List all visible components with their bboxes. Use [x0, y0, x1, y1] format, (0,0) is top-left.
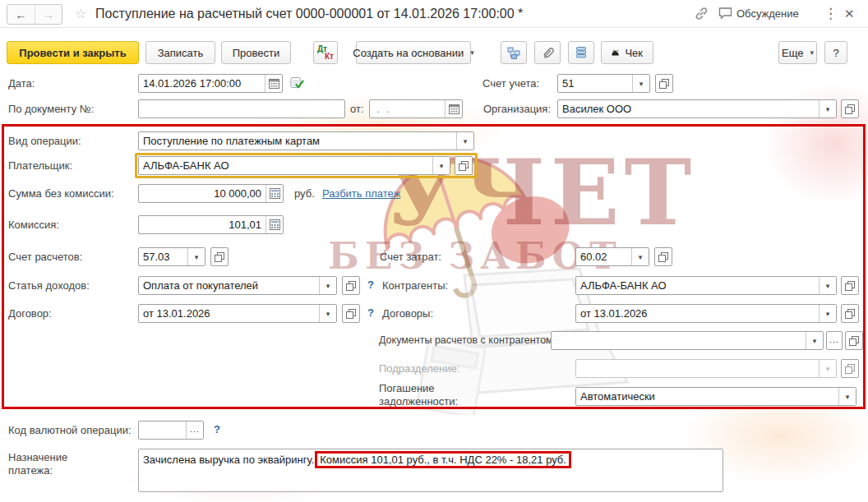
by-document-field[interactable]: [138, 99, 345, 118]
chevron-down-icon[interactable]: ▾: [819, 100, 836, 117]
amount-field[interactable]: [138, 184, 284, 203]
create-based-on-button[interactable]: Создать на основании ▾: [356, 41, 471, 64]
settlement-documents-input[interactable]: [552, 332, 806, 349]
create-based-on-label: Создать на основании: [353, 47, 464, 59]
contract-open-button[interactable]: [342, 304, 360, 323]
counterparties-field[interactable]: ▾: [575, 276, 837, 295]
discussion-label: Обсуждение: [736, 7, 799, 20]
show-postings-button[interactable]: Дт Кт: [313, 41, 338, 64]
by-document-label: По документу №:: [8, 103, 94, 115]
debt-repayment-input[interactable]: [576, 388, 838, 405]
payment-purpose-textarea[interactable]: Зачислена выручка по эквайрингу.Комиссия…: [138, 449, 723, 492]
date-field[interactable]: [138, 74, 283, 93]
chevron-down-icon[interactable]: ▾: [319, 277, 336, 294]
department-field: ▾: [575, 359, 837, 378]
settlement-documents-open-button[interactable]: [845, 331, 863, 350]
currency-code-select-button[interactable]: ...: [186, 421, 203, 439]
get-link-button[interactable]: [695, 7, 709, 21]
by-document-input[interactable]: [139, 100, 344, 117]
forward-button[interactable]: →: [35, 5, 62, 24]
income-item-input[interactable]: [139, 277, 319, 294]
counterparties-input[interactable]: [576, 277, 819, 294]
operation-type-field[interactable]: ▾: [138, 131, 474, 150]
more-actions-button[interactable]: Еще ▾: [778, 41, 817, 64]
date-input[interactable]: [139, 75, 265, 92]
post-button[interactable]: Провести: [221, 41, 291, 64]
contract-help-icon[interactable]: ?: [367, 306, 374, 319]
open-icon: [346, 281, 356, 291]
settlement-documents-select-button[interactable]: ...: [826, 331, 843, 350]
debt-repayment-field[interactable]: ▾: [575, 387, 856, 406]
payer-field[interactable]: ▾: [138, 156, 450, 175]
currency-code-input[interactable]: [139, 421, 186, 439]
contracts-input[interactable]: [576, 305, 819, 322]
commission-input[interactable]: [139, 216, 265, 233]
account-input[interactable]: [558, 75, 632, 92]
chevron-down-icon[interactable]: ▾: [319, 305, 336, 322]
organization-field[interactable]: ▾: [557, 99, 837, 118]
payer-open-button[interactable]: [455, 156, 473, 175]
currency-code-help-icon[interactable]: ?: [214, 423, 220, 435]
document-from-date-input[interactable]: [370, 100, 445, 117]
account-field[interactable]: ▾: [557, 74, 650, 93]
organization-input[interactable]: [558, 100, 819, 117]
income-item-open-button[interactable]: [342, 276, 360, 295]
contract-field[interactable]: ▾: [138, 304, 337, 323]
chevron-down-icon[interactable]: ▾: [187, 248, 205, 265]
more-menu-icon[interactable]: ⋮: [824, 5, 838, 22]
income-item-help-icon[interactable]: ?: [367, 279, 374, 291]
settlement-account-input[interactable]: [139, 248, 187, 265]
department-open-button[interactable]: [841, 359, 859, 378]
calculator-button[interactable]: [265, 185, 283, 202]
commission-label: Комиссия:: [8, 219, 59, 231]
save-button[interactable]: Записать: [145, 41, 215, 64]
cost-account-input[interactable]: [576, 248, 631, 265]
commission-field[interactable]: [138, 215, 284, 234]
operation-type-input[interactable]: [139, 132, 456, 150]
discussion-button[interactable]: Обсуждение: [718, 7, 799, 20]
income-item-field[interactable]: ▾: [138, 276, 337, 295]
operation-type-label: Вид операции:: [8, 135, 81, 147]
check-button[interactable]: Чек: [601, 41, 653, 64]
related-documents-button[interactable]: [501, 41, 527, 64]
chevron-down-icon[interactable]: ▾: [456, 132, 473, 150]
document-from-date-field[interactable]: [369, 99, 463, 118]
help-button[interactable]: ?: [824, 41, 847, 64]
more-actions-label: Еще: [782, 47, 803, 59]
counterparties-open-button[interactable]: [841, 276, 859, 295]
currency-code-field[interactable]: ...: [138, 421, 204, 440]
register-records-button[interactable]: [568, 41, 594, 64]
favorite-star-icon[interactable]: ☆: [75, 6, 86, 21]
post-and-close-button[interactable]: Провести и закрыть: [7, 41, 139, 64]
settlement-documents-field[interactable]: ▾: [551, 331, 824, 350]
contract-input[interactable]: [139, 305, 319, 322]
contracts-open-button[interactable]: [841, 304, 859, 323]
chevron-down-icon[interactable]: ▾: [838, 388, 856, 405]
cost-account-field[interactable]: ▾: [575, 247, 649, 266]
chevron-down-icon[interactable]: ▾: [632, 75, 649, 92]
cost-account-open-button[interactable]: [654, 247, 672, 266]
payer-input[interactable]: [139, 157, 432, 174]
chevron-down-icon[interactable]: ▾: [432, 157, 450, 174]
organization-open-button[interactable]: [841, 99, 859, 118]
contracts-field[interactable]: ▾: [575, 304, 837, 323]
amount-label: Сумма без комиссии:: [8, 187, 114, 200]
settlement-account-open-button[interactable]: [210, 247, 229, 266]
split-payment-link[interactable]: Разбить платеж: [322, 187, 400, 200]
set-time-button[interactable]: [290, 76, 304, 93]
calendar-button[interactable]: [265, 75, 282, 92]
calculator-button[interactable]: [265, 216, 283, 233]
chevron-down-icon[interactable]: ▾: [631, 248, 649, 265]
chevron-down-icon[interactable]: ▾: [819, 277, 836, 294]
attachments-button[interactable]: [534, 41, 561, 64]
amount-input[interactable]: [139, 185, 265, 202]
close-icon[interactable]: ✕: [844, 7, 855, 21]
account-open-button[interactable]: [655, 74, 673, 93]
open-icon: [845, 281, 855, 291]
chevron-down-icon[interactable]: ▾: [819, 305, 836, 322]
settlement-account-field[interactable]: ▾: [138, 247, 205, 266]
back-button[interactable]: ←: [7, 5, 35, 24]
calendar-button[interactable]: [445, 100, 462, 117]
cash-register-icon: [612, 47, 620, 58]
chevron-down-icon[interactable]: ▾: [806, 332, 823, 349]
